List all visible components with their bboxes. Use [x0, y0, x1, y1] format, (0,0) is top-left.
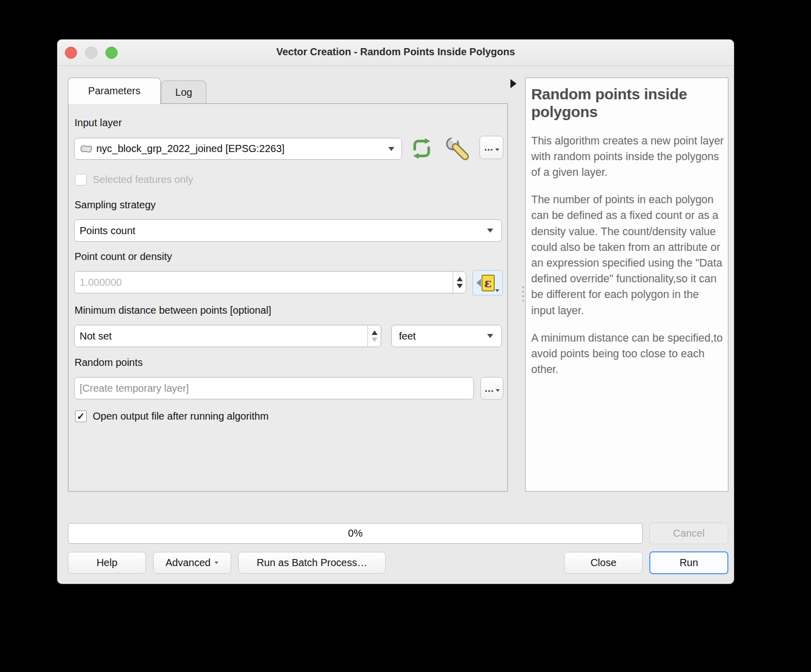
- output-layer-placeholder: [Create temporary layer]: [80, 383, 189, 394]
- ellipsis-icon: …: [485, 383, 494, 394]
- help-label: Help: [96, 557, 117, 569]
- help-paragraph: This algorithm creates a new point layer…: [531, 133, 724, 181]
- close-button[interactable]: Close: [564, 552, 643, 574]
- open-output-checkbox[interactable]: ✓: [75, 410, 87, 422]
- sampling-strategy-select[interactable]: Points count: [74, 219, 502, 242]
- checkmark-icon: ✓: [77, 410, 85, 422]
- chevron-down-icon: [496, 389, 500, 392]
- epsilon-icon: ε: [482, 275, 495, 291]
- input-layer-more-button[interactable]: …: [480, 136, 503, 159]
- sampling-strategy-label: Sampling strategy: [75, 199, 156, 211]
- batch-label: Run as Batch Process…: [257, 557, 367, 569]
- output-layer-input[interactable]: [Create temporary layer]: [74, 377, 474, 399]
- close-label: Close: [591, 557, 616, 569]
- run-button[interactable]: Run: [649, 551, 728, 574]
- window-title: Vector Creation - Random Points Inside P…: [57, 46, 734, 58]
- help-title: Random points inside polygons: [531, 85, 724, 121]
- spin-up-icon[interactable]: [457, 277, 463, 281]
- chevron-down-icon: [487, 334, 493, 338]
- splitter-handle[interactable]: [522, 285, 524, 302]
- data-defined-override-button[interactable]: ε: [472, 270, 503, 295]
- cancel-button: Cancel: [649, 522, 728, 544]
- sampling-strategy-value: Points count: [80, 225, 135, 237]
- advanced-options-button[interactable]: [443, 135, 472, 162]
- triangle-left-icon: [476, 279, 481, 287]
- help-panel: Random points inside polygons This algor…: [525, 78, 728, 492]
- iterate-over-layer-button[interactable]: [409, 136, 435, 161]
- help-paragraph: A minimum distance can be specified,to a…: [531, 330, 724, 378]
- selected-features-checkbox: [75, 174, 87, 185]
- polygon-layer-icon: [80, 143, 93, 155]
- output-layer-more-button[interactable]: …: [481, 377, 503, 400]
- spin-up-icon[interactable]: [372, 330, 378, 335]
- collapse-help-arrow-icon[interactable]: [510, 79, 517, 88]
- distance-unit-value: feet: [399, 330, 416, 342]
- advanced-label: Advanced: [166, 557, 211, 569]
- spin-down-icon[interactable]: [457, 284, 463, 288]
- title-bar[interactable]: Vector Creation - Random Points Inside P…: [57, 40, 734, 66]
- chevron-down-icon: [495, 289, 499, 292]
- tab-log[interactable]: Log: [161, 81, 206, 104]
- help-paragraph: The number of points in each polygon can…: [531, 192, 724, 318]
- run-as-batch-button[interactable]: Run as Batch Process…: [238, 552, 386, 574]
- point-count-label: Point count or density: [75, 251, 172, 263]
- wrench-icon: [444, 136, 470, 161]
- input-layer-value: nyc_block_grp_2022_joined [EPSG:2263]: [96, 143, 284, 155]
- chevron-down-icon: [495, 148, 499, 151]
- tab-parameters[interactable]: Parameters: [68, 78, 161, 104]
- min-distance-spinbox[interactable]: Not set: [74, 325, 381, 347]
- progress-value: 0%: [348, 528, 363, 539]
- min-distance-value: Not set: [80, 330, 112, 342]
- distance-unit-select[interactable]: feet: [391, 325, 502, 347]
- progress-bar: 0%: [68, 523, 643, 544]
- min-distance-label: Minimum distance between points [optiona…: [75, 305, 271, 316]
- selected-features-checkbox-row: Selected features only: [75, 174, 193, 185]
- open-output-label: Open output file after running algorithm: [93, 410, 269, 422]
- input-layer-label: Input layer: [75, 117, 122, 129]
- cancel-label: Cancel: [673, 528, 705, 539]
- spinner-buttons[interactable]: [453, 272, 466, 293]
- chevron-down-icon: [214, 562, 218, 564]
- chevron-down-icon: [388, 147, 394, 151]
- open-output-checkbox-row: ✓ Open output file after running algorit…: [75, 410, 269, 422]
- input-layer-select[interactable]: nyc_block_grp_2022_joined [EPSG:2263]: [74, 138, 402, 160]
- point-count-spinbox[interactable]: 1.000000: [74, 271, 466, 293]
- ellipsis-icon: …: [484, 142, 494, 153]
- parameters-panel: Input layer nyc_block_grp_2022_joined [E…: [68, 103, 508, 492]
- selected-features-label: Selected features only: [93, 174, 193, 185]
- chevron-down-icon: [487, 229, 493, 233]
- point-count-value: 1.000000: [80, 277, 122, 288]
- help-button[interactable]: Help: [68, 552, 146, 574]
- spin-down-icon: [372, 338, 378, 342]
- spinner-buttons[interactable]: [367, 325, 381, 347]
- run-label: Run: [680, 557, 698, 569]
- iterate-icon: [410, 137, 434, 160]
- advanced-button[interactable]: Advanced: [153, 552, 231, 574]
- dialog-window: Vector Creation - Random Points Inside P…: [57, 39, 734, 584]
- random-points-label: Random points: [75, 357, 143, 368]
